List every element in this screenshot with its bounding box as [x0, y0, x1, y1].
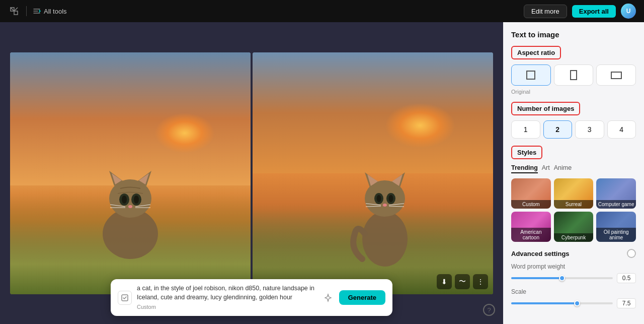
all-tools-nav[interactable]: All tools: [33, 7, 67, 15]
style-grid: Custom Surreal Computer game American ca…: [511, 178, 636, 242]
advanced-settings-label: Advanced settings: [511, 250, 570, 257]
style-computer-game[interactable]: Computer game: [596, 178, 636, 209]
style-name-custom: Custom: [511, 200, 551, 209]
scale-value: 7.5: [617, 298, 636, 308]
num-4-button[interactable]: 4: [607, 120, 636, 139]
scale-label: Scale: [511, 288, 636, 295]
styles-label: Styles: [511, 146, 542, 159]
style-surreal[interactable]: Surreal: [554, 178, 594, 209]
style-name-surreal: Surreal: [554, 200, 594, 209]
word-prompt-weight-thumb[interactable]: [559, 275, 565, 281]
images-container: ⬇ 〜 ⋮: [10, 52, 493, 294]
advanced-settings-header: Advanced settings: [511, 249, 636, 258]
aspect-square-button[interactable]: [511, 64, 551, 86]
logo-icon: [8, 5, 20, 17]
prompt-bar: a cat, in the style of joel robison, nik…: [111, 279, 392, 316]
square-shape-icon: [526, 71, 535, 80]
word-prompt-weight-value: 0.5: [617, 273, 636, 283]
svg-point-23: [376, 195, 381, 202]
avatar[interactable]: U: [621, 4, 636, 19]
word-prompt-weight-track[interactable]: [511, 277, 613, 279]
divider: [26, 6, 27, 16]
topbar-left: All tools: [8, 5, 67, 17]
all-tools-label: All tools: [44, 8, 67, 15]
panel-title: Text to image: [511, 30, 636, 39]
canvas-area: ⬇ 〜 ⋮ a cat, in the style of joel robiso…: [0, 22, 503, 324]
prompt-actions: Generate: [321, 290, 385, 305]
generate-button[interactable]: Generate: [339, 290, 385, 305]
prompt-icon: [118, 291, 132, 305]
image-panel-right: ⬇ 〜 ⋮: [253, 52, 493, 294]
aspect-portrait-button[interactable]: [554, 64, 594, 86]
tab-art[interactable]: Art: [542, 164, 550, 173]
download-icon[interactable]: ⬇: [437, 274, 452, 289]
number-of-images-label: Number of images: [511, 102, 580, 115]
style-name-american-cartoon: American cartoon: [511, 228, 551, 242]
original-label: Original: [511, 89, 636, 95]
style-cyberpunk[interactable]: Cyberpunk: [554, 212, 594, 242]
word-prompt-weight-slider-row: 0.5: [511, 273, 636, 283]
style-name-computer-game: Computer game: [596, 200, 636, 209]
scale-fill: [511, 302, 577, 304]
image-toolbar: ⬇ 〜 ⋮: [437, 274, 488, 289]
prompt-text: a cat, in the style of joel robison, nik…: [137, 284, 316, 302]
tab-trending[interactable]: Trending: [511, 164, 538, 173]
export-all-button[interactable]: Export all: [572, 5, 616, 18]
edit-more-button[interactable]: Edit more: [524, 5, 567, 18]
svg-point-8: [122, 196, 127, 204]
cat-image-right: [340, 143, 430, 269]
word-prompt-weight-fill: [511, 277, 562, 279]
svg-point-9: [134, 196, 139, 204]
aspect-ratio-label: Aspect ratio: [511, 46, 561, 59]
main-content: ⬇ 〜 ⋮ a cat, in the style of joel robiso…: [0, 22, 644, 324]
help-icon[interactable]: ?: [483, 304, 495, 316]
svg-point-24: [388, 195, 393, 202]
aspect-ratio-buttons: [511, 64, 636, 86]
topbar-right: Edit more Export all U: [524, 4, 636, 19]
landscape-shape-icon: [611, 72, 622, 79]
svg-point-25: [383, 204, 387, 207]
scale-slider-row: 7.5: [511, 298, 636, 308]
word-prompt-weight-label: Word prompt weight: [511, 263, 636, 270]
aspect-landscape-button[interactable]: [596, 64, 636, 86]
enhance-button[interactable]: [321, 291, 335, 305]
style-custom[interactable]: Custom: [511, 178, 551, 209]
tab-anime[interactable]: Anime: [554, 164, 572, 173]
style-american-cartoon[interactable]: American cartoon: [511, 212, 551, 242]
portrait-shape-icon: [570, 70, 577, 80]
styles-tabs: Trending Art Anime: [511, 164, 636, 173]
sun-glow-right: [385, 103, 455, 148]
style-name-cyberpunk: Cyberpunk: [554, 233, 594, 242]
right-panel: Text to image Aspect ratio Original Numb…: [503, 22, 644, 324]
cat-image-left: [80, 143, 181, 264]
scale-thumb[interactable]: [574, 300, 580, 306]
num-1-button[interactable]: 1: [511, 120, 540, 139]
prompt-tag: Custom: [137, 304, 156, 310]
advanced-settings-toggle[interactable]: [627, 249, 636, 258]
style-name-oil-painting: Oil painting anime: [596, 228, 636, 242]
num-images-buttons: 1 2 3 4: [511, 120, 636, 139]
num-2-button[interactable]: 2: [543, 120, 573, 139]
num-3-button[interactable]: 3: [575, 120, 604, 139]
svg-point-15: [362, 211, 408, 267]
image-panel-left: [10, 52, 251, 294]
topbar: All tools Edit more Export all U: [0, 0, 644, 22]
style-oil-painting[interactable]: Oil painting anime: [596, 212, 636, 242]
prompt-text-area: a cat, in the style of joel robison, nik…: [137, 284, 316, 311]
scale-track[interactable]: [511, 302, 613, 304]
svg-point-10: [128, 205, 132, 208]
enhance-icon[interactable]: 〜: [455, 274, 470, 289]
more-options-icon[interactable]: ⋮: [473, 274, 488, 289]
